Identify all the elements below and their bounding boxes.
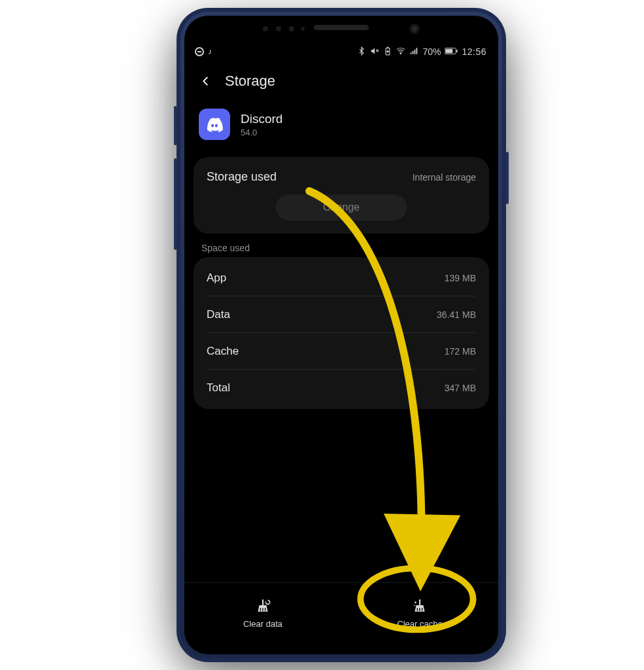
svg-rect-18 [422, 608, 422, 610]
svg-rect-12 [262, 608, 263, 610]
space-row-value: 36.41 MB [437, 309, 476, 320]
svg-rect-17 [419, 608, 420, 610]
space-row-label: Cache [207, 345, 239, 358]
storage-used-title: Storage used [207, 170, 277, 184]
space-row-label: App [207, 272, 226, 285]
space-row-data: Data 36.41 MB [207, 296, 476, 333]
clear-cache-label: Clear cache [397, 619, 442, 629]
phone-screen: ♪ [184, 41, 498, 643]
page-title: Storage [225, 73, 275, 90]
broom-reset-icon [254, 597, 271, 616]
music-note-icon: ♪ [208, 47, 212, 56]
clock-text: 12:56 [462, 46, 486, 57]
clear-data-label: Clear data [243, 619, 282, 629]
sensor-dot [263, 26, 268, 31]
battery-percent: 70% [422, 46, 441, 57]
storage-location-label: Internal storage [413, 172, 476, 183]
wifi-icon [396, 46, 405, 58]
sensor-dot [289, 26, 294, 31]
svg-rect-8 [446, 49, 453, 53]
broom-sparkle-icon [411, 597, 428, 616]
space-row-value: 139 MB [445, 273, 476, 283]
bluetooth-icon [357, 46, 366, 58]
sensor-dot [276, 26, 281, 31]
app-name-label: Discord [241, 112, 282, 126]
clear-cache-button[interactable]: Clear cache [341, 583, 498, 643]
svg-rect-15 [419, 599, 420, 605]
battery-saver-icon [383, 46, 392, 58]
signal-icon [409, 46, 418, 58]
front-camera [409, 24, 420, 34]
phone-bezel: ♪ [184, 16, 498, 654]
earpiece-speaker [314, 25, 369, 30]
volume-up-button [174, 106, 177, 145]
battery-icon [445, 46, 458, 57]
svg-rect-13 [265, 608, 265, 610]
app-version-label: 54.0 [241, 128, 282, 137]
dnd-icon [195, 47, 204, 56]
app-icon [199, 109, 230, 140]
storage-used-card: Storage used Internal storage Change [194, 157, 489, 234]
clear-data-button[interactable]: Clear data [184, 583, 341, 643]
power-button [506, 152, 509, 204]
svg-rect-9 [456, 50, 458, 52]
space-row-value: 172 MB [445, 346, 476, 357]
status-bar: ♪ [184, 41, 498, 63]
space-row-label: Data [207, 308, 230, 321]
svg-rect-10 [262, 599, 263, 605]
bottom-action-bar: Clear data Clear cache [184, 582, 498, 643]
back-button[interactable] [196, 72, 214, 90]
svg-rect-16 [417, 608, 418, 610]
space-used-card: App 139 MB Data 36.41 MB Cache 172 MB To… [194, 257, 489, 409]
page-header: Storage [184, 63, 498, 97]
svg-point-6 [401, 53, 401, 54]
space-row-total: Total 347 MB [207, 370, 476, 406]
svg-rect-11 [260, 608, 261, 610]
volume-down-button [174, 158, 177, 250]
mute-icon [370, 46, 379, 58]
change-storage-button[interactable]: Change [276, 194, 407, 220]
space-row-label: Total [207, 381, 230, 395]
space-row-app: App 139 MB [207, 260, 476, 296]
sensor-dot [301, 27, 305, 31]
space-used-section-label: Space used [201, 243, 481, 253]
app-info-row: Discord 54.0 [184, 97, 498, 157]
phone-frame: ♪ [177, 8, 506, 662]
space-row-cache: Cache 172 MB [207, 333, 476, 370]
space-row-value: 347 MB [445, 383, 476, 393]
